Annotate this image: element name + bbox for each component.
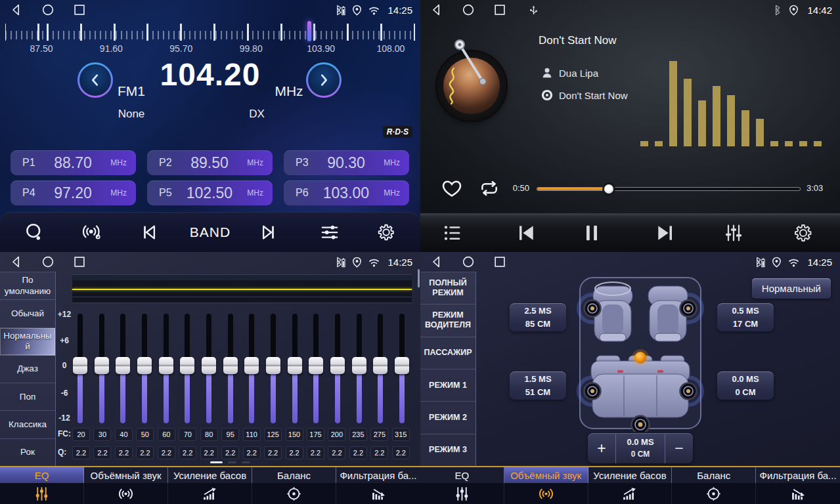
radio-preset-button[interactable]: P4 97.20 MHz: [11, 180, 136, 205]
listening-mode-item[interactable]: ПАССАЖИР: [420, 337, 475, 369]
eq-band-slider[interactable]: [372, 314, 388, 423]
slider-knob[interactable]: [73, 357, 87, 374]
slider-knob[interactable]: [159, 357, 173, 374]
eq-preset-item[interactable]: Поп: [0, 383, 55, 411]
tab-balance[interactable]: Баланс: [672, 467, 756, 504]
fc-value-box[interactable]: 200: [328, 428, 345, 441]
eq-band-slider[interactable]: [137, 314, 152, 423]
q-value-box[interactable]: 2.2: [392, 446, 410, 459]
fc-value-box[interactable]: 315: [392, 428, 410, 441]
fc-value-box[interactable]: 40: [115, 428, 133, 441]
tab-bass-boost[interactable]: Усиление басов: [168, 467, 252, 504]
increase-delay-button[interactable]: +: [588, 433, 615, 463]
q-value-box[interactable]: 2.2: [179, 446, 196, 459]
fc-value-box[interactable]: 235: [349, 428, 367, 441]
eq-band-slider[interactable]: [223, 314, 238, 423]
tab-eq[interactable]: EQ: [0, 467, 84, 504]
listening-mode-item[interactable]: ПОЛНЫЙ РЕЖИМ: [420, 272, 475, 304]
eq-band-slider[interactable]: [158, 314, 174, 423]
fc-value-box[interactable]: 175: [307, 428, 324, 441]
slider-knob[interactable]: [288, 357, 302, 374]
home-icon[interactable]: [41, 3, 55, 17]
eq-band-slider[interactable]: [330, 314, 345, 423]
repeat-icon[interactable]: [479, 178, 500, 199]
equalizer-icon[interactable]: [723, 222, 744, 243]
audio-settings-icon[interactable]: [320, 222, 340, 242]
eq-preset-item[interactable]: Нормальный: [0, 328, 55, 356]
previous-track-icon[interactable]: [516, 222, 537, 243]
home-icon[interactable]: [41, 255, 55, 269]
fc-value-box[interactable]: 275: [370, 428, 388, 441]
tab-eq[interactable]: EQ: [420, 467, 504, 504]
back-icon[interactable]: [430, 255, 444, 269]
car-cabin-diagram[interactable]: [577, 274, 704, 432]
recents-icon[interactable]: [493, 255, 507, 269]
home-icon[interactable]: [461, 255, 475, 269]
q-value-box[interactable]: 2.2: [349, 446, 367, 459]
rear-left-delay-button[interactable]: 1.5 MS 51 CM: [510, 371, 566, 400]
tab-bass-filter[interactable]: Фильтрация ба...: [336, 467, 420, 504]
back-icon[interactable]: [9, 255, 24, 269]
home-icon[interactable]: [461, 3, 475, 17]
settings-gear-icon[interactable]: [376, 222, 396, 242]
eq-preset-item[interactable]: Обычай: [0, 300, 55, 327]
eq-band-slider[interactable]: [244, 314, 259, 423]
radio-preset-button[interactable]: P1 88.70 MHz: [11, 150, 136, 175]
front-right-speaker[interactable]: [680, 301, 697, 317]
eq-preset-item[interactable]: Джаз: [0, 356, 55, 383]
playlist-icon[interactable]: [442, 222, 463, 243]
band-button[interactable]: BAND: [184, 224, 236, 240]
listening-position-ball[interactable]: [634, 352, 646, 364]
tab-balance[interactable]: Баланс: [252, 467, 336, 504]
slider-knob[interactable]: [244, 357, 259, 374]
slider-knob[interactable]: [137, 357, 152, 374]
stage-preset-button[interactable]: Нормальный: [752, 278, 831, 299]
rear-right-speaker[interactable]: [680, 383, 697, 400]
q-value-box[interactable]: 2.2: [264, 446, 282, 459]
slider-knob[interactable]: [223, 357, 238, 374]
scan-search-icon[interactable]: [24, 222, 44, 242]
q-value-box[interactable]: 2.2: [72, 446, 90, 459]
recents-icon[interactable]: [72, 3, 87, 17]
eq-band-slider[interactable]: [201, 314, 217, 423]
subwoofer-speaker[interactable]: [632, 416, 650, 432]
slider-knob[interactable]: [395, 357, 409, 374]
fc-value-box[interactable]: 60: [158, 428, 175, 441]
eq-band-slider[interactable]: [72, 314, 88, 423]
listening-mode-item[interactable]: РЕЖИМ ВОДИТЕЛЯ: [420, 304, 475, 337]
previous-station-icon[interactable]: [140, 222, 160, 242]
q-value-box[interactable]: 2.2: [221, 446, 239, 459]
next-track-icon[interactable]: [655, 222, 676, 243]
decrease-delay-button[interactable]: −: [665, 433, 693, 463]
tune-up-button[interactable]: [306, 62, 342, 98]
q-value-box[interactable]: 2.2: [158, 446, 175, 459]
eq-band-slider[interactable]: [351, 314, 367, 423]
front-left-delay-button[interactable]: 2.5 MS 85 CM: [510, 303, 566, 331]
slider-knob[interactable]: [116, 357, 130, 374]
fc-value-box[interactable]: 50: [136, 428, 154, 441]
eq-band-slider[interactable]: [308, 314, 324, 423]
rear-left-speaker[interactable]: [585, 383, 601, 400]
eq-band-slider[interactable]: [287, 314, 303, 423]
slider-knob[interactable]: [352, 357, 366, 374]
radio-preset-button[interactable]: P3 90.30 MHz: [284, 150, 409, 175]
slider-knob[interactable]: [202, 357, 216, 374]
fc-value-box[interactable]: 30: [93, 428, 111, 441]
seek-thumb[interactable]: [604, 184, 613, 194]
q-value-box[interactable]: 2.2: [370, 446, 388, 459]
eq-band-slider[interactable]: [115, 314, 131, 423]
front-right-delay-button[interactable]: 0.5 MS 17 CM: [717, 303, 774, 331]
slider-knob[interactable]: [180, 357, 194, 374]
q-value-box[interactable]: 2.2: [307, 446, 324, 459]
listening-mode-item[interactable]: РЕЖИМ 1: [420, 369, 475, 402]
listening-mode-item[interactable]: РЕЖИМ 3: [420, 434, 475, 466]
radio-preset-button[interactable]: P6 103.00 MHz: [284, 180, 409, 205]
slider-knob[interactable]: [330, 357, 345, 374]
fc-value-box[interactable]: 95: [221, 428, 239, 441]
fc-value-box[interactable]: 80: [200, 428, 218, 441]
q-value-box[interactable]: 2.2: [93, 446, 111, 459]
back-icon[interactable]: [430, 3, 444, 17]
fc-value-box[interactable]: 150: [286, 428, 303, 441]
tab-bass-boost[interactable]: Усиление басов: [588, 467, 673, 504]
tab-surround[interactable]: Объёмный звук: [84, 467, 168, 504]
